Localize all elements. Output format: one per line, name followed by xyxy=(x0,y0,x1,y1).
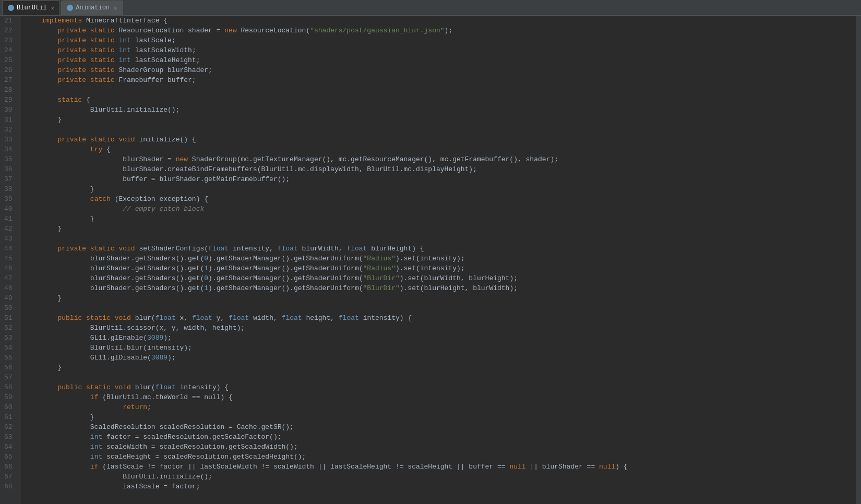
token-kw: if xyxy=(90,462,99,472)
token-plain: lastScaleWidth; xyxy=(131,45,196,55)
code-line: private static void initialize() { xyxy=(25,135,852,145)
tab-animation[interactable]: Animation ✕ xyxy=(61,1,123,15)
token-kw: catch xyxy=(90,194,111,204)
code-line: private static void setShaderConfigs(flo… xyxy=(25,244,852,254)
tab-blurutil-close[interactable]: ✕ xyxy=(51,5,55,11)
token-plain: x, xyxy=(176,313,192,323)
code-line: private static int lastScaleHeight; xyxy=(25,55,852,65)
token-kw-blue: float xyxy=(229,313,249,323)
line-number: 61 xyxy=(4,412,17,422)
token-kw: new xyxy=(224,26,236,35)
token-plain xyxy=(115,55,119,65)
token-plain: blurShader.getShaders().get( xyxy=(25,283,204,293)
token-number: 1 xyxy=(204,283,208,293)
token-plain: ).getShaderManager().getShaderUniform( xyxy=(208,283,363,293)
token-string: "shaders/post/gaussian_blur.json" xyxy=(310,26,444,35)
line-number: 30 xyxy=(4,105,17,115)
token-plain: } xyxy=(25,214,94,224)
line-number: 64 xyxy=(4,442,17,452)
token-plain xyxy=(25,402,123,412)
line-number: 41 xyxy=(4,214,17,224)
line-number: 54 xyxy=(4,343,17,353)
code-line: private static ResourceLocation shader =… xyxy=(25,26,852,35)
line-number: 39 xyxy=(4,194,17,204)
token-kw: null xyxy=(599,462,615,472)
token-plain xyxy=(25,204,123,214)
code-line: } xyxy=(25,214,852,224)
token-plain: scaleHeight = scaledResolution.getScaled… xyxy=(102,452,306,462)
line-number: 21 xyxy=(4,16,17,26)
token-plain: (lastScale != factor || lastScaleWidth !… xyxy=(98,462,509,472)
token-plain xyxy=(25,45,57,55)
token-plain: BlurUtil.initialize(); xyxy=(25,472,212,482)
tab-animation-close[interactable]: ✕ xyxy=(114,5,117,11)
token-plain xyxy=(115,45,119,55)
token-plain: ).set(intensity); xyxy=(396,263,465,273)
token-number: 1 xyxy=(204,263,208,273)
code-line: implements MinecraftInterface { xyxy=(25,16,852,26)
token-plain xyxy=(25,442,90,452)
line-number: 44 xyxy=(4,244,17,254)
line-number: 51 xyxy=(4,313,17,323)
token-number: 0 xyxy=(204,273,208,283)
line-number: 35 xyxy=(4,154,17,164)
line-number: 25 xyxy=(4,55,17,65)
token-plain: scaleWidth = scaledResolution.getScaledW… xyxy=(102,442,297,452)
line-number: 40 xyxy=(4,204,17,214)
token-kw-blue: int xyxy=(118,45,130,55)
token-kw-blue: float xyxy=(156,382,176,392)
code-line: BlurUtil.initialize(); xyxy=(25,105,852,115)
token-plain: buffer = blurShader.getMainFramebuffer()… xyxy=(25,174,290,184)
code-line: blurShader.createBindFramebuffers(BlurUt… xyxy=(25,164,852,174)
token-comment: // empty catch block xyxy=(123,204,204,214)
token-kw: static xyxy=(57,95,82,105)
code-line: blurShader.getShaders().get(1).getShader… xyxy=(25,263,852,273)
token-plain: width, xyxy=(249,313,281,323)
code-line: } xyxy=(25,363,852,373)
token-kw: public static void xyxy=(57,313,130,323)
token-plain: { xyxy=(82,95,90,105)
code-line: GL11.glEnable(3089); xyxy=(25,333,852,343)
code-line: // empty catch block xyxy=(25,204,852,214)
line-number: 28 xyxy=(4,85,17,95)
code-line: if (lastScale != factor || lastScaleWidt… xyxy=(25,462,852,472)
token-plain: blurShader.getShaders().get( xyxy=(25,273,204,283)
token-string: "BlurDir" xyxy=(363,283,400,293)
tab-blurutil-icon xyxy=(8,5,14,11)
line-number: 53 xyxy=(4,333,17,343)
token-kw: private static xyxy=(57,35,114,45)
tab-blurutil[interactable]: BlurUtil ✕ xyxy=(2,1,60,15)
token-plain: ; xyxy=(147,402,151,412)
token-plain: blurShader.getShaders().get( xyxy=(25,254,204,263)
token-plain: GL11.glDisable( xyxy=(25,353,151,363)
token-plain: ).set(blurHeight, blurWidth); xyxy=(400,283,518,293)
line-number: 47 xyxy=(4,273,17,283)
line-number: 26 xyxy=(4,65,17,75)
line-number: 52 xyxy=(4,323,17,333)
token-plain: lastScaleHeight; xyxy=(131,55,200,65)
token-string: "BlurDir" xyxy=(363,273,400,283)
line-number: 49 xyxy=(4,293,17,303)
token-plain: Framebuffer buffer; xyxy=(115,75,196,85)
token-kw-blue: float xyxy=(208,244,229,254)
scrollbar-track[interactable] xyxy=(856,16,861,504)
line-number: 43 xyxy=(4,234,17,244)
token-plain: MinecraftInterface { xyxy=(82,16,168,26)
line-number: 66 xyxy=(4,462,17,472)
token-kw-blue: float xyxy=(346,244,367,254)
token-plain xyxy=(25,16,41,26)
line-number: 57 xyxy=(4,373,17,382)
token-plain: setShaderConfigs( xyxy=(135,244,208,254)
token-plain xyxy=(25,432,90,442)
token-kw-blue: int xyxy=(90,452,102,462)
code-area[interactable]: implements MinecraftInterface { private … xyxy=(21,16,856,504)
token-plain: ).set(intensity); xyxy=(396,254,465,263)
code-line: } xyxy=(25,115,852,125)
token-kw-blue: float xyxy=(282,313,302,323)
token-plain: BlurUtil.blur(intensity); xyxy=(25,343,192,353)
code-line xyxy=(25,85,852,95)
code-line: int factor = scaledResolution.getScaleFa… xyxy=(25,432,852,442)
code-line: blurShader = new ShaderGroup(mc.getTextu… xyxy=(25,154,852,164)
token-plain xyxy=(25,382,57,392)
line-number: 50 xyxy=(4,303,17,313)
